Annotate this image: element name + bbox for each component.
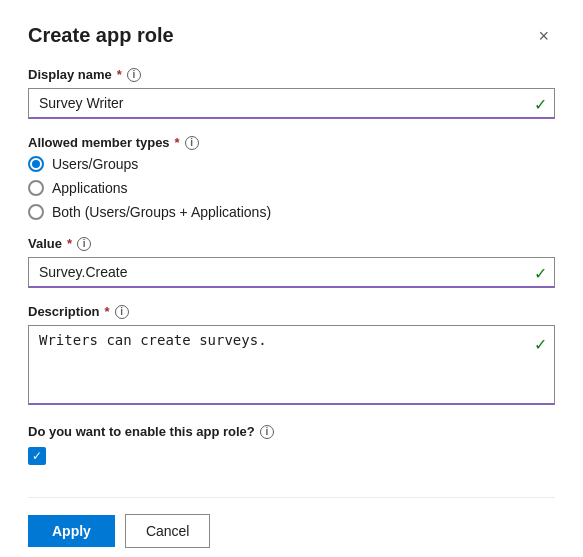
value-input[interactable]	[28, 257, 555, 288]
display-name-input[interactable]	[28, 88, 555, 119]
description-required: *	[105, 304, 110, 319]
radio-users-groups-dot	[32, 160, 40, 168]
allowed-member-types-field-group: Allowed member types * i Users/Groups Ap…	[28, 135, 555, 220]
value-required: *	[67, 236, 72, 251]
close-button[interactable]: ×	[532, 25, 555, 47]
radio-both-label: Both (Users/Groups + Applications)	[52, 204, 271, 220]
enable-label: Do you want to enable this app role? i	[28, 424, 555, 439]
allowed-member-types-label-text: Allowed member types	[28, 135, 170, 150]
display-name-label-text: Display name	[28, 67, 112, 82]
description-check-icon: ✓	[534, 335, 547, 354]
enable-label-text: Do you want to enable this app role?	[28, 424, 255, 439]
allowed-member-types-label: Allowed member types * i	[28, 135, 555, 150]
enable-checkbox-check-icon: ✓	[32, 450, 42, 462]
value-label-text: Value	[28, 236, 62, 251]
display-name-field-group: Display name * i ✓	[28, 67, 555, 119]
description-info-icon: i	[115, 305, 129, 319]
display-name-info-icon: i	[127, 68, 141, 82]
value-info-icon: i	[77, 237, 91, 251]
radio-users-groups-label: Users/Groups	[52, 156, 138, 172]
value-check-icon: ✓	[534, 263, 547, 282]
radio-applications-custom	[28, 180, 44, 196]
radio-applications-label: Applications	[52, 180, 128, 196]
display-name-label: Display name * i	[28, 67, 555, 82]
description-label: Description * i	[28, 304, 555, 319]
allowed-member-types-radio-group: Users/Groups Applications Both (Users/Gr…	[28, 156, 555, 220]
enable-checkbox[interactable]: ✓	[28, 447, 46, 465]
enable-checkbox-wrapper[interactable]: ✓	[28, 447, 555, 465]
dialog-header: Create app role ×	[28, 24, 555, 47]
allowed-member-types-required: *	[175, 135, 180, 150]
display-name-check-icon: ✓	[534, 94, 547, 113]
apply-button[interactable]: Apply	[28, 515, 115, 547]
radio-applications[interactable]: Applications	[28, 180, 555, 196]
radio-both-custom	[28, 204, 44, 220]
create-app-role-dialog: Create app role × Display name * i ✓ All…	[0, 0, 583, 557]
radio-both[interactable]: Both (Users/Groups + Applications)	[28, 204, 555, 220]
dialog-title: Create app role	[28, 24, 174, 47]
value-input-wrapper: ✓	[28, 257, 555, 288]
description-textarea[interactable]	[28, 325, 555, 405]
cancel-button[interactable]: Cancel	[125, 514, 211, 548]
display-name-input-wrapper: ✓	[28, 88, 555, 119]
radio-users-groups-custom	[28, 156, 44, 172]
form-body: Display name * i ✓ Allowed member types …	[28, 67, 555, 497]
enable-info-icon: i	[260, 425, 274, 439]
description-textarea-wrapper: ✓	[28, 325, 555, 408]
dialog-footer: Apply Cancel	[28, 497, 555, 557]
value-label: Value * i	[28, 236, 555, 251]
enable-section: Do you want to enable this app role? i ✓	[28, 424, 555, 465]
radio-users-groups[interactable]: Users/Groups	[28, 156, 555, 172]
allowed-member-types-info-icon: i	[185, 136, 199, 150]
description-label-text: Description	[28, 304, 100, 319]
description-field-group: Description * i ✓	[28, 304, 555, 408]
display-name-required: *	[117, 67, 122, 82]
value-field-group: Value * i ✓	[28, 236, 555, 288]
